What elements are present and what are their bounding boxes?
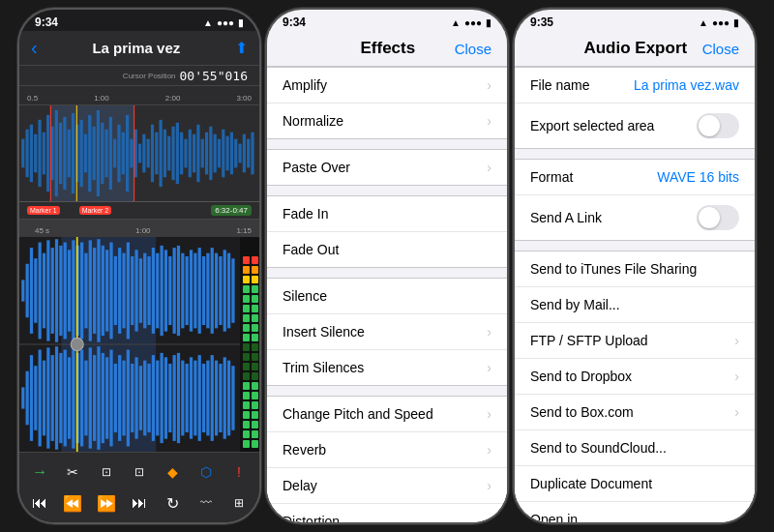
back-button[interactable]: ‹	[31, 37, 38, 59]
loop-btn[interactable]: ↻	[159, 489, 186, 517]
svg-rect-147	[156, 361, 159, 436]
toolbar-row-2: ⏮ ⏪ ⏩ ⏭ ↻ 〰 ⊞	[23, 489, 255, 517]
svg-rect-39	[176, 123, 179, 184]
ftp-item[interactable]: FTP / SFTP Upload ›	[515, 323, 755, 359]
vu-meter	[240, 237, 259, 452]
battery-icon-2: ▮	[486, 17, 491, 28]
svg-rect-102	[186, 256, 189, 325]
cut-btn[interactable]: ✂	[59, 458, 86, 486]
svg-rect-112	[227, 253, 230, 329]
distortion-item[interactable]: Distortion ›	[267, 504, 507, 522]
delay-item[interactable]: Delay ›	[267, 468, 507, 504]
fast-forward-btn[interactable]: ⏩	[93, 489, 120, 517]
send-link-row[interactable]: Send A Link	[515, 195, 755, 240]
svg-rect-154	[186, 364, 189, 432]
waveform-main[interactable]	[19, 237, 240, 452]
dropbox-item[interactable]: Send to Dropbox ›	[515, 359, 755, 395]
normalize-item[interactable]: Normalize ›	[267, 103, 507, 138]
svg-rect-151	[173, 355, 176, 441]
svg-rect-16	[80, 120, 83, 187]
svg-rect-174	[243, 285, 250, 293]
svg-rect-141	[131, 364, 134, 432]
svg-rect-187	[252, 343, 258, 351]
svg-rect-70	[51, 248, 54, 334]
svg-rect-98	[168, 256, 171, 325]
format-row[interactable]: Format WAVE 16 bits	[515, 160, 755, 195]
change-pitch-chevron: ›	[487, 406, 491, 422]
copy-btn[interactable]: ⊡	[93, 458, 120, 486]
effects-nav: Effects Close	[267, 31, 507, 67]
share-button[interactable]: ⬆	[235, 39, 248, 57]
reverb-item[interactable]: Reverb ›	[267, 432, 507, 468]
silence-item[interactable]: Silence	[267, 279, 507, 314]
svg-rect-186	[243, 343, 250, 351]
effect-btn[interactable]: ⬡	[193, 458, 220, 486]
wifi-icon-3: ▲	[699, 17, 708, 28]
svg-rect-85	[114, 256, 117, 325]
settings-btn[interactable]: ⊞	[225, 489, 253, 517]
play-forward-btn[interactable]: →	[26, 458, 53, 486]
svg-rect-136	[109, 350, 112, 447]
send-mail-item[interactable]: Send by Mail...	[515, 287, 755, 323]
cursor-label: Cursor Position	[123, 72, 176, 80]
svg-rect-96	[160, 246, 163, 336]
insert-silence-item[interactable]: Insert Silence ›	[267, 314, 507, 350]
status-icons-1: ▲ ●●● ▮	[203, 17, 244, 28]
soundcloud-item[interactable]: Send to SoundCloud...	[515, 430, 755, 466]
svg-rect-162	[219, 364, 222, 432]
waveform-btn[interactable]: 〰	[193, 489, 220, 517]
fade-out-item[interactable]: Fade Out	[267, 232, 507, 267]
signal-icon-2: ●●●	[464, 17, 482, 28]
svg-rect-182	[243, 324, 250, 332]
export-close-btn[interactable]: Close	[702, 41, 739, 57]
paste-btn[interactable]: ⊡	[126, 458, 153, 486]
skip-back-btn[interactable]: ⏮	[26, 489, 53, 517]
effects-close-btn[interactable]: Close	[455, 41, 491, 57]
skip-forward-btn[interactable]: ⏭	[126, 489, 153, 517]
svg-rect-173	[252, 276, 258, 283]
filename-row[interactable]: File name La prima vez.wav	[515, 68, 755, 103]
svg-rect-129	[80, 350, 83, 447]
signal-icon-3: ●●●	[712, 17, 729, 28]
change-pitch-item[interactable]: Change Pitch and Speed ›	[267, 397, 507, 432]
svg-rect-6	[38, 120, 41, 187]
box-item[interactable]: Send to Box.com ›	[515, 395, 755, 430]
svg-rect-14	[72, 113, 74, 193]
marker-btn[interactable]: ◆	[159, 458, 186, 486]
svg-rect-23	[109, 117, 112, 190]
waveform-top[interactable]	[19, 105, 259, 202]
svg-rect-135	[105, 357, 108, 438]
toolbar: → ✂ ⊡ ⊡ ◆ ⬡ ! ⏮ ⏪ ⏩ ⏭ ↻ 〰 ⊞	[19, 452, 259, 522]
waveform-bottom[interactable]	[19, 237, 259, 452]
svg-rect-95	[156, 253, 159, 329]
svg-rect-27	[126, 115, 129, 192]
svg-rect-122	[51, 355, 54, 441]
svg-rect-53	[234, 139, 237, 168]
export-selected-toggle[interactable]	[697, 113, 739, 138]
itunes-sharing-item[interactable]: Send to iTunes File Sharing	[515, 251, 755, 287]
paste-over-item[interactable]: Paste Over ›	[267, 150, 507, 185]
nav-title-1: La prima vez	[38, 40, 235, 56]
svg-rect-145	[147, 364, 150, 432]
svg-rect-139	[122, 361, 125, 436]
toolbar-row-1: → ✂ ⊡ ⊡ ◆ ⬡ !	[23, 458, 255, 486]
rewind-btn[interactable]: ⏪	[59, 489, 86, 517]
send-link-toggle[interactable]	[697, 205, 739, 230]
svg-rect-189	[252, 353, 258, 361]
open-in-item[interactable]: Open in...	[515, 502, 755, 522]
svg-rect-73	[64, 243, 67, 340]
export-selected-row[interactable]: Export selected area	[515, 103, 755, 148]
duplicate-item[interactable]: Duplicate Document	[515, 466, 755, 502]
fade-in-item[interactable]: Fade In	[267, 196, 507, 232]
svg-rect-103	[190, 250, 193, 331]
svg-rect-77	[80, 243, 83, 340]
amplify-item[interactable]: Amplify ›	[267, 68, 507, 103]
alert-btn[interactable]: !	[225, 458, 253, 486]
trim-silences-item[interactable]: Trim Silences ›	[267, 350, 507, 385]
svg-rect-72	[59, 246, 62, 336]
signal-icon: ●●●	[217, 17, 234, 28]
svg-rect-5	[34, 134, 37, 173]
status-time-3: 9:35	[530, 15, 553, 29]
svg-rect-127	[72, 347, 74, 448]
nav-bar-1: ‹ La prima vez ⬆	[19, 31, 259, 66]
